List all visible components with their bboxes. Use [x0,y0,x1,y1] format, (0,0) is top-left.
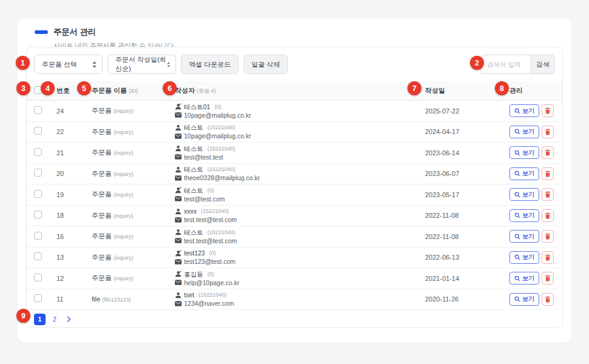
cell-form-name: file(file123123) [92,295,175,303]
cell-actions: 보기 [509,293,555,306]
next-page-button[interactable] [64,314,73,325]
row-checkbox[interactable] [34,211,42,218]
delete-button[interactable] [542,230,554,243]
sort-select-dropdown[interactable]: 주문서 작성일(최신순) [107,55,176,74]
delete-button[interactable] [542,272,554,285]
delete-button[interactable] [542,167,554,180]
table-row: 16 주문폼(inquiry) 테스트(15221040) [27,226,562,248]
search-group: 검색 [480,55,555,74]
trash-icon [545,149,551,156]
row-checkbox[interactable] [34,106,42,114]
cell-form-name: 주문폼(inquiry) [92,148,175,157]
cell-author: xxxx(15221040) test.test@test.com [175,207,425,223]
delete-button[interactable] [542,251,554,264]
cell-actions: 보기 [509,104,555,117]
row-checkbox[interactable] [34,294,42,302]
email-icon [175,238,182,243]
cell-actions: 보기 [509,209,555,222]
cell-created-date: 2022-11-08 [425,233,509,240]
email-icon [175,154,182,160]
row-checkbox[interactable] [34,252,42,260]
bulk-delete-button[interactable]: 일괄 삭제 [243,55,288,74]
magnifier-icon [514,108,520,114]
cell-author: 테스트(15221040) test.test@test.com [175,229,425,244]
search-button[interactable]: 검색 [531,55,555,74]
person-icon [175,229,182,235]
cell-number: 20 [56,170,92,177]
row-checkbox[interactable] [34,232,42,240]
cell-form-name: 주문폼(inquiry) [92,106,175,115]
cell-created-date: 2023-06-14 [425,149,509,157]
delete-button[interactable] [542,209,554,222]
delete-button[interactable] [542,126,554,138]
col-header-manage: 관리 [509,86,555,95]
magnifier-icon [514,150,520,156]
page-button-1[interactable]: 1 [34,314,46,325]
view-button[interactable]: 보기 [509,167,539,180]
form-select-dropdown[interactable]: 주문폼 선택 [34,55,103,74]
trash-icon [545,254,551,261]
view-button[interactable]: 보기 [509,251,539,264]
cell-form-name: 주문폼(inquiry) [92,211,175,220]
row-checkbox[interactable] [34,148,42,156]
cell-form-name: 주문폼(inquiry) [92,127,175,136]
email-icon [175,112,182,118]
table-row: 21 주문폼(inquiry) 테스트(15221040) [27,143,562,164]
row-checkbox[interactable] [34,169,42,177]
trash-icon [545,296,551,303]
person-icon [175,124,182,131]
row-checkbox[interactable] [34,127,42,135]
cell-form-name: 주문폼(inquiry) [92,232,175,241]
cell-form-name: 주문폼(inquiry) [92,190,175,199]
search-input[interactable] [480,55,531,74]
view-button[interactable]: 보기 [509,293,539,306]
cell-number: 21 [56,149,92,157]
col-header-member-no: (회원 #) [197,88,216,94]
view-button[interactable]: 보기 [509,188,539,201]
excel-download-button[interactable]: 엑셀 다운로드 [181,55,239,74]
row-checkbox[interactable] [34,274,42,281]
view-button[interactable]: 보기 [509,146,539,159]
cell-form-name: 주문폼(inquiry) [92,274,175,283]
trash-icon [545,129,551,135]
cell-author: 테스트(15221040) theoe0328@mailplug.co.kr [175,166,425,181]
table-row: 13 주문폼(inquiry) test123(0) [27,248,562,269]
page-button-2[interactable]: 2 [50,314,60,325]
cell-created-date: 2023-06-07 [425,170,509,177]
magnifier-icon [514,192,520,198]
cell-number: 13 [56,254,92,261]
cell-created-date: 2022-11-08 [425,212,509,219]
delete-button[interactable] [542,293,554,306]
delete-button[interactable] [542,104,554,117]
trash-icon [545,212,551,219]
view-button[interactable]: 보기 [509,230,539,243]
view-button[interactable]: 보기 [509,126,539,138]
delete-button[interactable] [542,188,554,201]
cell-actions: 보기 [509,272,555,285]
magnifier-icon [514,129,520,135]
order-list-panel: 주문폼 선택 주문서 작성일(최신순) 엑셀 다운로드 일괄 삭제 검색 번호 … [26,47,563,328]
annotation-badge-2: 2 [470,56,484,70]
person-slash-icon [175,250,182,257]
trash-icon [545,170,551,177]
cell-number: 22 [56,128,92,135]
view-button[interactable]: 보기 [509,272,539,285]
annotation-badge-7: 7 [407,81,421,95]
delete-button[interactable] [542,146,554,159]
view-button[interactable]: 보기 [509,209,539,222]
trash-icon [545,107,551,114]
row-checkbox[interactable] [34,190,42,198]
cell-author: test123(0) test123@test.com [175,249,425,265]
cell-actions: 보기 [509,126,555,138]
annotation-badge-8: 8 [495,81,509,95]
annotation-badge-9: 9 [16,309,30,323]
view-button[interactable]: 보기 [509,104,539,117]
magnifier-icon [514,296,520,302]
email-icon [175,301,182,306]
pagination: 1 2 [27,310,562,328]
cell-author: tset(15221040) 1234@naver.com [175,291,425,307]
annotation-badge-4: 4 [41,81,55,95]
cell-created-date: 2025-07-22 [425,107,509,115]
table-row: 19 주문폼(inquiry) 테스트(0) [27,184,562,206]
annotation-badge-5: 5 [77,81,91,95]
